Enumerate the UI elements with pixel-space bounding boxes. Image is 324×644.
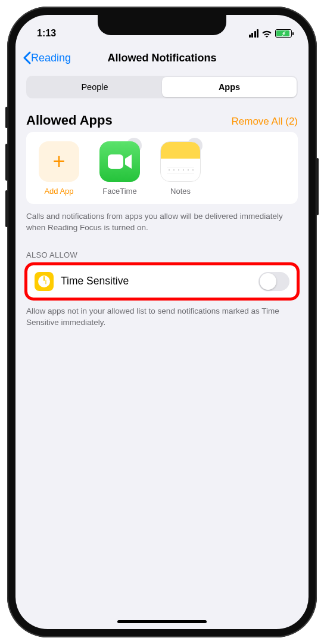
- clock-icon: [35, 272, 54, 291]
- allowed-apps-card: + Add App FaceTime Notes: [26, 132, 298, 204]
- allowed-apps-title: Allowed Apps: [26, 113, 113, 128]
- nav-bar: Reading Allowed Notifications: [15, 44, 309, 72]
- time-sensitive-description: Allow apps not in your allowed list to s…: [15, 299, 309, 329]
- segmented-control: People Apps: [15, 72, 309, 108]
- time-sensitive-row[interactable]: Time Sensitive: [26, 264, 298, 299]
- home-indicator[interactable]: [117, 620, 207, 623]
- remove-all-button[interactable]: Remove All (2): [232, 116, 298, 128]
- tab-apps[interactable]: Apps: [162, 77, 297, 97]
- time-sensitive-row-highlight: Time Sensitive: [26, 264, 298, 299]
- tab-people[interactable]: People: [27, 77, 162, 97]
- mute-switch: [5, 107, 8, 128]
- volume-up: [5, 144, 8, 181]
- add-app-label: Add App: [33, 187, 85, 196]
- back-button[interactable]: Reading: [23, 51, 71, 64]
- phone-frame: 1:13 ⚡︎ Reading Allowed Notifications: [7, 7, 317, 637]
- svg-rect-0: [108, 154, 123, 169]
- time-sensitive-toggle[interactable]: [258, 272, 289, 291]
- facetime-icon: [99, 141, 140, 182]
- status-time: 1:13: [37, 28, 56, 39]
- allowed-apps-section: Allowed Apps Remove All (2) + Add App Fa…: [15, 108, 309, 204]
- add-app-button[interactable]: + Add App: [33, 141, 85, 196]
- app-label: Notes: [155, 187, 206, 196]
- battery-icon: ⚡︎: [275, 29, 292, 38]
- screen: 1:13 ⚡︎ Reading Allowed Notifications: [15, 15, 309, 629]
- time-sensitive-label: Time Sensitive: [61, 275, 251, 287]
- wifi-icon: [261, 30, 272, 38]
- allowed-description: Calls and notifications from apps you al…: [15, 204, 309, 234]
- app-notes[interactable]: Notes: [155, 141, 206, 196]
- chevron-left-icon: [23, 51, 31, 64]
- also-allow-label: ALSO ALLOW: [15, 234, 309, 264]
- status-right: ⚡︎: [249, 29, 292, 38]
- power-button: [316, 158, 319, 215]
- volume-down: [5, 190, 8, 227]
- back-label: Reading: [31, 52, 71, 64]
- app-facetime[interactable]: FaceTime: [94, 141, 145, 196]
- plus-icon: +: [39, 141, 79, 182]
- notch: [98, 15, 226, 35]
- notes-icon: [160, 141, 201, 182]
- app-label: FaceTime: [94, 187, 145, 196]
- cellular-icon: [249, 29, 259, 38]
- charging-icon: ⚡︎: [282, 30, 286, 37]
